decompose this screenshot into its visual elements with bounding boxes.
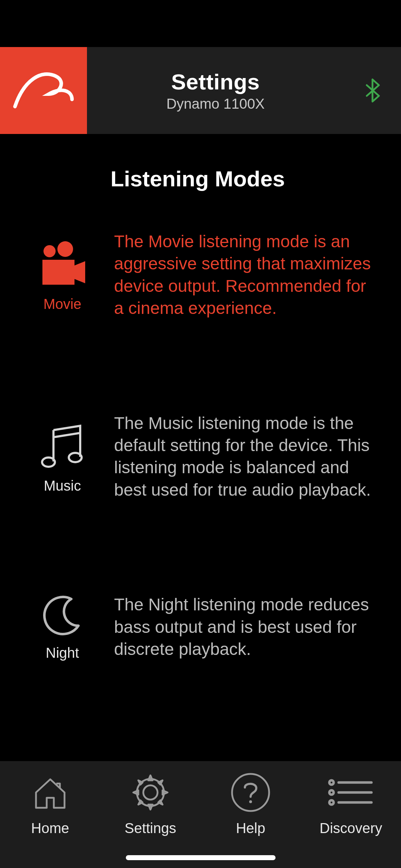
mode-movie-label: Movie (43, 296, 82, 312)
mode-music-label: Music (44, 478, 81, 494)
mode-night-description: The Night listening mode reduces bass ou… (103, 594, 380, 660)
bluetooth-icon (365, 78, 380, 103)
svg-point-7 (232, 774, 269, 811)
nav-home-label: Home (31, 820, 69, 836)
help-icon (229, 771, 272, 814)
svg-point-4 (69, 453, 82, 462)
nav-help-label: Help (236, 820, 265, 836)
svg-point-9 (329, 780, 334, 785)
svg-point-13 (329, 800, 334, 805)
mode-night-label: Night (46, 645, 79, 661)
mode-music-description: The Music listening mode is the default … (103, 412, 380, 501)
nav-discovery-label: Discovery (320, 820, 382, 836)
nav-settings[interactable]: Settings (100, 771, 200, 868)
bluetooth-status[interactable] (358, 78, 401, 103)
status-bar-spacer (0, 0, 401, 47)
mode-night[interactable]: Night The Night listening mode reduces b… (21, 594, 380, 661)
nav-home[interactable]: Home (0, 771, 100, 868)
music-note-icon (39, 423, 86, 469)
mode-movie[interactable]: Movie The Movie listening mode is an agg… (21, 231, 380, 320)
nav-help[interactable]: Help (201, 771, 301, 868)
nav-settings-label: Settings (125, 820, 176, 836)
svg-point-6 (137, 779, 164, 806)
svg-point-5 (143, 785, 158, 800)
svg-point-11 (329, 790, 334, 795)
moon-icon (41, 594, 84, 636)
svg-rect-2 (42, 260, 74, 285)
svg-point-1 (57, 241, 73, 257)
svg-point-3 (42, 458, 55, 467)
listening-modes-list: Movie The Movie listening mode is an agg… (0, 191, 401, 661)
svg-point-0 (43, 245, 56, 257)
mode-movie-description: The Movie listening mode is an aggressiv… (103, 231, 380, 320)
header-title: Settings (73, 69, 358, 94)
bottom-nav: Home Settings Help (0, 761, 401, 868)
header-subtitle: Dynamo 1100X (73, 96, 358, 112)
section-title: Listening Modes (0, 134, 401, 191)
home-indicator (126, 855, 276, 860)
gear-icon (129, 771, 172, 814)
movie-camera-icon (37, 241, 87, 288)
app-header: Settings Dynamo 1100X (0, 47, 401, 134)
brand-logo-icon (10, 66, 77, 115)
home-icon (31, 773, 70, 812)
svg-point-8 (249, 800, 252, 803)
mode-music[interactable]: Music The Music listening mode is the de… (21, 412, 380, 501)
list-icon (326, 775, 376, 810)
nav-discovery[interactable]: Discovery (301, 771, 401, 868)
